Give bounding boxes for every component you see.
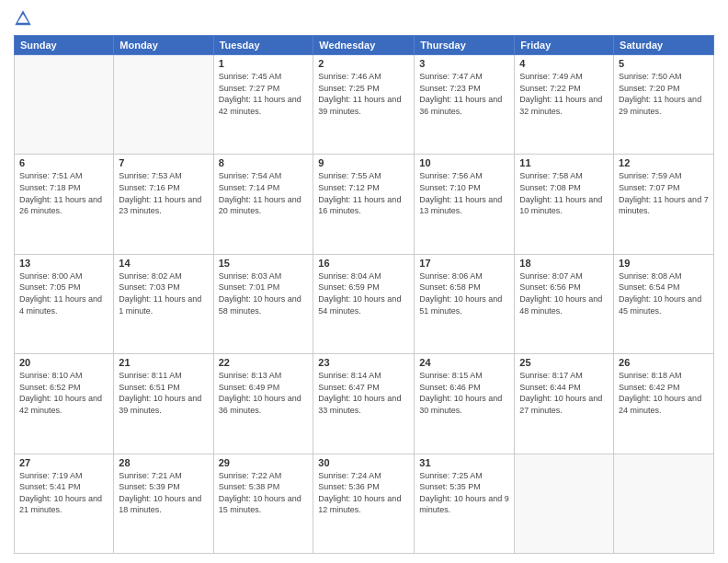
day-number: 19 <box>619 258 709 269</box>
calendar-cell <box>114 55 213 155</box>
calendar-cell: 13Sunrise: 8:00 AM Sunset: 7:05 PM Dayli… <box>15 254 114 353</box>
day-number: 18 <box>519 258 609 269</box>
day-number: 16 <box>318 258 409 269</box>
day-header-friday: Friday <box>515 36 614 55</box>
day-number: 3 <box>419 58 509 69</box>
day-header-wednesday: Wednesday <box>313 36 415 55</box>
day-number: 14 <box>119 258 208 269</box>
day-info: Sunrise: 8:10 AM Sunset: 6:52 PM Dayligh… <box>19 370 108 416</box>
page: SundayMondayTuesdayWednesdayThursdayFrid… <box>0 0 728 563</box>
calendar-cell: 5Sunrise: 7:50 AM Sunset: 7:20 PM Daylig… <box>614 55 714 155</box>
day-header-thursday: Thursday <box>415 36 515 55</box>
header-row: SundayMondayTuesdayWednesdayThursdayFrid… <box>15 36 714 55</box>
calendar-cell: 25Sunrise: 8:17 AM Sunset: 6:44 PM Dayli… <box>515 354 614 454</box>
calendar-cell: 12Sunrise: 7:59 AM Sunset: 7:07 PM Dayli… <box>614 155 714 254</box>
week-row-1: 6Sunrise: 7:51 AM Sunset: 7:18 PM Daylig… <box>15 155 714 254</box>
calendar-cell <box>614 454 714 553</box>
calendar-cell: 10Sunrise: 7:56 AM Sunset: 7:10 PM Dayli… <box>415 155 515 254</box>
day-info: Sunrise: 7:53 AM Sunset: 7:16 PM Dayligh… <box>119 170 208 216</box>
day-number: 11 <box>519 157 609 168</box>
day-number: 5 <box>619 58 709 69</box>
day-header-monday: Monday <box>114 36 213 55</box>
calendar-cell: 22Sunrise: 8:13 AM Sunset: 6:49 PM Dayli… <box>213 354 313 454</box>
day-number: 20 <box>19 357 108 368</box>
week-row-0: 1Sunrise: 7:45 AM Sunset: 7:27 PM Daylig… <box>15 55 714 155</box>
day-info: Sunrise: 7:55 AM Sunset: 7:12 PM Dayligh… <box>318 170 409 216</box>
day-info: Sunrise: 7:46 AM Sunset: 7:25 PM Dayligh… <box>318 71 409 117</box>
day-info: Sunrise: 8:08 AM Sunset: 6:54 PM Dayligh… <box>619 270 709 316</box>
day-number: 12 <box>619 157 709 168</box>
calendar-cell: 24Sunrise: 8:15 AM Sunset: 6:46 PM Dayli… <box>415 354 515 454</box>
day-info: Sunrise: 7:22 AM Sunset: 5:38 PM Dayligh… <box>219 470 309 516</box>
day-info: Sunrise: 7:25 AM Sunset: 5:35 PM Dayligh… <box>419 470 509 516</box>
day-number: 1 <box>219 58 309 69</box>
day-number: 10 <box>419 157 509 168</box>
calendar-cell: 17Sunrise: 8:06 AM Sunset: 6:58 PM Dayli… <box>415 254 515 353</box>
day-number: 31 <box>419 457 509 468</box>
calendar-cell: 21Sunrise: 8:11 AM Sunset: 6:51 PM Dayli… <box>114 354 213 454</box>
day-number: 30 <box>318 457 409 468</box>
logo-icon <box>14 9 32 28</box>
day-info: Sunrise: 8:14 AM Sunset: 6:47 PM Dayligh… <box>318 370 409 416</box>
day-info: Sunrise: 8:17 AM Sunset: 6:44 PM Dayligh… <box>519 370 609 416</box>
calendar-cell: 28Sunrise: 7:21 AM Sunset: 5:39 PM Dayli… <box>114 454 213 553</box>
day-info: Sunrise: 8:03 AM Sunset: 7:01 PM Dayligh… <box>219 270 309 316</box>
calendar-cell: 11Sunrise: 7:58 AM Sunset: 7:08 PM Dayli… <box>515 155 614 254</box>
day-info: Sunrise: 7:54 AM Sunset: 7:14 PM Dayligh… <box>219 170 309 216</box>
calendar-cell: 6Sunrise: 7:51 AM Sunset: 7:18 PM Daylig… <box>15 155 114 254</box>
day-info: Sunrise: 7:59 AM Sunset: 7:07 PM Dayligh… <box>619 170 709 216</box>
calendar-cell: 27Sunrise: 7:19 AM Sunset: 5:41 PM Dayli… <box>15 454 114 553</box>
day-info: Sunrise: 7:51 AM Sunset: 7:18 PM Dayligh… <box>19 170 108 216</box>
day-info: Sunrise: 7:49 AM Sunset: 7:22 PM Dayligh… <box>519 71 609 117</box>
day-info: Sunrise: 7:56 AM Sunset: 7:10 PM Dayligh… <box>419 170 509 216</box>
day-info: Sunrise: 8:15 AM Sunset: 6:46 PM Dayligh… <box>419 370 509 416</box>
calendar-cell <box>515 454 614 553</box>
day-info: Sunrise: 8:07 AM Sunset: 6:56 PM Dayligh… <box>519 270 609 316</box>
day-info: Sunrise: 7:50 AM Sunset: 7:20 PM Dayligh… <box>619 71 709 117</box>
week-row-3: 20Sunrise: 8:10 AM Sunset: 6:52 PM Dayli… <box>15 354 714 454</box>
day-number: 23 <box>318 357 409 368</box>
day-number: 13 <box>19 258 108 269</box>
calendar-cell: 1Sunrise: 7:45 AM Sunset: 7:27 PM Daylig… <box>213 55 313 155</box>
calendar-cell: 8Sunrise: 7:54 AM Sunset: 7:14 PM Daylig… <box>213 155 313 254</box>
calendar-cell: 31Sunrise: 7:25 AM Sunset: 5:35 PM Dayli… <box>415 454 515 553</box>
day-number: 28 <box>119 457 208 468</box>
day-number: 21 <box>119 357 208 368</box>
calendar-cell: 2Sunrise: 7:46 AM Sunset: 7:25 PM Daylig… <box>313 55 415 155</box>
day-number: 9 <box>318 157 409 168</box>
day-header-tuesday: Tuesday <box>213 36 313 55</box>
day-header-sunday: Sunday <box>15 36 114 55</box>
calendar-cell: 7Sunrise: 7:53 AM Sunset: 7:16 PM Daylig… <box>114 155 213 254</box>
day-number: 25 <box>519 357 609 368</box>
day-number: 7 <box>119 157 208 168</box>
calendar-cell <box>15 55 114 155</box>
day-header-saturday: Saturday <box>614 36 714 55</box>
day-info: Sunrise: 8:11 AM Sunset: 6:51 PM Dayligh… <box>119 370 208 416</box>
calendar-cell: 23Sunrise: 8:14 AM Sunset: 6:47 PM Dayli… <box>313 354 415 454</box>
week-row-2: 13Sunrise: 8:00 AM Sunset: 7:05 PM Dayli… <box>15 254 714 353</box>
calendar-cell: 20Sunrise: 8:10 AM Sunset: 6:52 PM Dayli… <box>15 354 114 454</box>
day-info: Sunrise: 7:21 AM Sunset: 5:39 PM Dayligh… <box>119 470 208 516</box>
calendar: SundayMondayTuesdayWednesdayThursdayFrid… <box>14 35 714 554</box>
day-info: Sunrise: 7:24 AM Sunset: 5:36 PM Dayligh… <box>318 470 409 516</box>
week-row-4: 27Sunrise: 7:19 AM Sunset: 5:41 PM Dayli… <box>15 454 714 553</box>
day-info: Sunrise: 7:45 AM Sunset: 7:27 PM Dayligh… <box>219 71 309 117</box>
day-info: Sunrise: 7:58 AM Sunset: 7:08 PM Dayligh… <box>519 170 609 216</box>
day-info: Sunrise: 7:19 AM Sunset: 5:41 PM Dayligh… <box>19 470 108 516</box>
calendar-cell: 4Sunrise: 7:49 AM Sunset: 7:22 PM Daylig… <box>515 55 614 155</box>
day-number: 17 <box>419 258 509 269</box>
calendar-cell: 19Sunrise: 8:08 AM Sunset: 6:54 PM Dayli… <box>614 254 714 353</box>
calendar-cell: 3Sunrise: 7:47 AM Sunset: 7:23 PM Daylig… <box>415 55 515 155</box>
day-info: Sunrise: 8:04 AM Sunset: 6:59 PM Dayligh… <box>318 270 409 316</box>
day-number: 2 <box>318 58 409 69</box>
day-info: Sunrise: 7:47 AM Sunset: 7:23 PM Dayligh… <box>419 71 509 117</box>
logo <box>14 9 36 28</box>
calendar-cell: 9Sunrise: 7:55 AM Sunset: 7:12 PM Daylig… <box>313 155 415 254</box>
day-info: Sunrise: 8:06 AM Sunset: 6:58 PM Dayligh… <box>419 270 509 316</box>
calendar-cell: 30Sunrise: 7:24 AM Sunset: 5:36 PM Dayli… <box>313 454 415 553</box>
day-number: 22 <box>219 357 309 368</box>
day-number: 29 <box>219 457 309 468</box>
calendar-cell: 18Sunrise: 8:07 AM Sunset: 6:56 PM Dayli… <box>515 254 614 353</box>
day-info: Sunrise: 8:00 AM Sunset: 7:05 PM Dayligh… <box>19 270 108 316</box>
header <box>14 9 714 28</box>
